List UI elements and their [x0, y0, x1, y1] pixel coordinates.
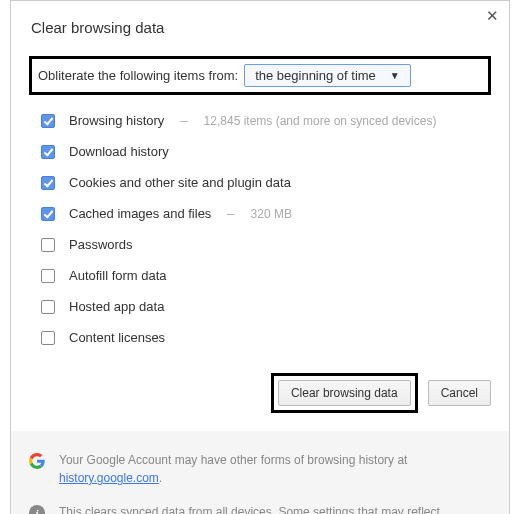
cancel-button[interactable]: Cancel: [428, 380, 491, 406]
checkbox-hosted-app[interactable]: [41, 300, 55, 314]
checkbox-cached-files[interactable]: [41, 207, 55, 221]
item-label: Cookies and other site and plugin data: [69, 175, 291, 190]
list-item: Download history: [41, 136, 489, 167]
chevron-down-icon: ▼: [390, 70, 400, 81]
item-label: Passwords: [69, 237, 133, 252]
checkbox-browsing-history[interactable]: [41, 114, 55, 128]
list-item: Autofill form data: [41, 260, 489, 291]
dialog-title: Clear browsing data: [31, 19, 489, 36]
item-label: Download history: [69, 144, 169, 159]
item-label: Autofill form data: [69, 268, 167, 283]
google-icon: [29, 453, 45, 469]
dialog-footer: Your Google Account may have other forms…: [11, 431, 509, 514]
item-meta: 12,845 items (and more on synced devices…: [204, 114, 437, 128]
item-label: Hosted app data: [69, 299, 164, 314]
list-item: Hosted app data: [41, 291, 489, 322]
checkbox-download-history[interactable]: [41, 145, 55, 159]
checkbox-content-licenses[interactable]: [41, 331, 55, 345]
checkbox-autofill[interactable]: [41, 269, 55, 283]
list-item: Cached images and files – 320 MB: [41, 198, 489, 229]
info-icon: i: [29, 505, 45, 514]
clear-data-button[interactable]: Clear browsing data: [278, 380, 411, 406]
obliterate-label: Obliterate the following items from:: [38, 68, 238, 83]
checkbox-passwords[interactable]: [41, 238, 55, 252]
item-meta: 320 MB: [251, 207, 292, 221]
primary-button-highlight: Clear browsing data: [271, 373, 418, 413]
history-google-link[interactable]: history.google.com: [59, 471, 159, 485]
footer-sync-text: This clears synced data from all devices…: [59, 503, 491, 514]
item-label: Browsing history: [69, 113, 164, 128]
list-item: Content licenses: [41, 322, 489, 353]
time-range-dropdown[interactable]: the beginning of time ▼: [244, 64, 411, 87]
list-item: Browsing history – 12,845 items (and mor…: [41, 105, 489, 136]
footer-google-text: Your Google Account may have other forms…: [59, 451, 491, 487]
list-item: Passwords: [41, 229, 489, 260]
checkbox-cookies[interactable]: [41, 176, 55, 190]
item-label: Content licenses: [69, 330, 165, 345]
data-type-list: Browsing history – 12,845 items (and mor…: [11, 95, 509, 359]
item-label: Cached images and files: [69, 206, 211, 221]
button-row: Clear browsing data Cancel: [11, 359, 509, 431]
clear-browsing-data-dialog: ✕ Clear browsing data Obliterate the fol…: [10, 0, 510, 514]
list-item: Cookies and other site and plugin data: [41, 167, 489, 198]
time-range-selected: the beginning of time: [255, 68, 376, 83]
close-icon[interactable]: ✕: [483, 7, 501, 25]
time-range-row: Obliterate the following items from: the…: [29, 56, 491, 95]
